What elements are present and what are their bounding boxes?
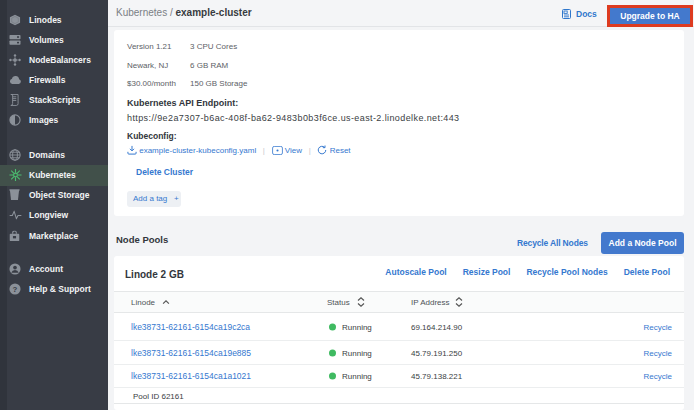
- svg-text:?: ?: [13, 285, 18, 294]
